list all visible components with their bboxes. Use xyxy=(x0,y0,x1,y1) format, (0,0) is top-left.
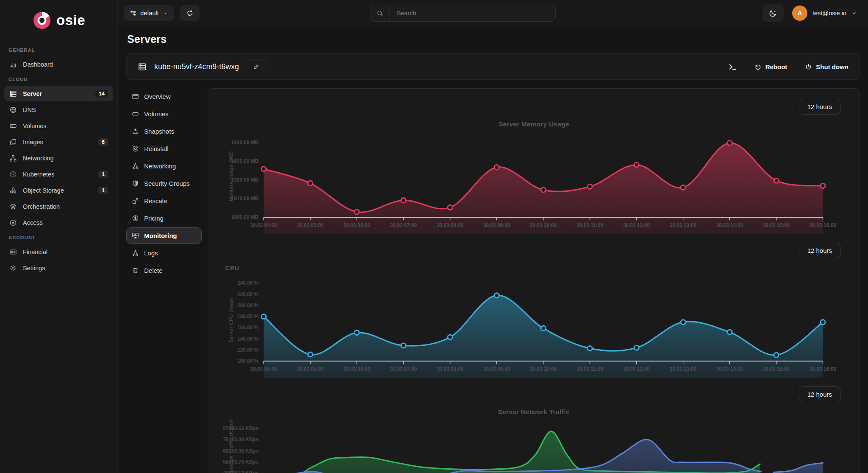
pencil-icon xyxy=(253,64,259,70)
overview-icon xyxy=(132,93,139,100)
tab-label: Overview xyxy=(144,93,171,100)
workspace: OverviewVolumesSnapshotsReinstallNetwork… xyxy=(126,88,860,473)
project-selector[interactable]: default xyxy=(124,5,174,21)
network-traffic-chart: 87890.63 KBps78125.00 KBps68359.38 KBps5… xyxy=(213,417,854,473)
tab-pricing[interactable]: Pricing xyxy=(126,210,202,227)
sidebar-item-label: Images xyxy=(23,139,92,146)
count-badge: 1 xyxy=(98,187,108,194)
sidebar-item-label: Object Storage xyxy=(23,187,92,194)
tab-label: Monitoring xyxy=(144,232,177,239)
sidebar-item-server[interactable]: Server14 xyxy=(4,86,113,101)
gear-icon xyxy=(9,264,17,272)
server-tabs: OverviewVolumesSnapshotsReinstallNetwork… xyxy=(126,88,202,280)
kubernetes-icon xyxy=(9,171,17,178)
svg-text:30.03 05:00: 30.03 05:00 xyxy=(297,222,324,228)
sidebar-item-dashboard[interactable]: Dashboard xyxy=(4,56,113,72)
sidebar-item-label: Settings xyxy=(23,265,108,271)
sidebar-item-label: Kubernetes xyxy=(23,171,92,178)
power-icon xyxy=(805,63,812,70)
time-range-button[interactable]: 12 hours xyxy=(799,99,840,115)
tab-reinstall[interactable]: Reinstall xyxy=(126,140,202,157)
nav-section-label: ACCOUNT xyxy=(4,231,113,244)
tab-overview[interactable]: Overview xyxy=(126,88,202,105)
memory-chart-title: Server Memory Usage xyxy=(213,120,854,129)
reboot-button[interactable]: Reboot xyxy=(754,63,787,70)
tab-label: Reinstall xyxy=(144,145,169,152)
svg-text:200.00 %: 200.00 % xyxy=(237,302,259,308)
time-range-button[interactable]: 12 hours xyxy=(799,386,840,402)
tab-label: Delete xyxy=(144,267,162,274)
search-bar xyxy=(370,5,556,22)
svg-text:30.03 07:00: 30.03 07:00 xyxy=(390,366,417,372)
card-icon xyxy=(9,248,17,256)
sidebar-item-label: Dashboard xyxy=(23,61,108,68)
moon-stars-icon xyxy=(768,9,777,18)
brand-logo[interactable]: osie xyxy=(0,0,117,41)
tab-label: Snapshots xyxy=(144,128,174,135)
svg-text:30.03 11:00: 30.03 11:00 xyxy=(576,222,603,228)
sidebar-item-label: DNS xyxy=(23,106,108,113)
svg-text:Network Traffic (KBps): Network Traffic (KBps) xyxy=(228,419,234,473)
time-range-button[interactable]: 12 hours xyxy=(799,243,840,258)
refresh-icon xyxy=(186,9,194,17)
reinstall-icon xyxy=(132,145,139,152)
tab-rescale[interactable]: Rescale xyxy=(126,193,202,209)
network-chart-title: Server Network Traffic xyxy=(213,408,854,417)
logs-icon xyxy=(132,162,139,170)
sidebar: osie GENERALDashboardCLOUDServer14DNSVol… xyxy=(0,0,118,473)
svg-text:30.03 11:00: 30.03 11:00 xyxy=(576,366,603,372)
edit-server-name-button[interactable] xyxy=(247,59,266,74)
avatar: A xyxy=(792,6,807,21)
sidebar-item-orchestration[interactable]: Orchestration xyxy=(4,199,113,214)
svg-text:30.03 14:00: 30.03 14:00 xyxy=(716,222,743,228)
server-name: kube-nu5vf-z4cm9-t6wxg xyxy=(154,62,239,71)
svg-text:30.03 10:00: 30.03 10:00 xyxy=(530,222,557,228)
svg-text:180.00 %: 180.00 % xyxy=(237,313,259,319)
sidebar-item-object-storage[interactable]: Object Storage1 xyxy=(4,182,113,198)
user-menu[interactable]: A test@osie.io xyxy=(792,6,857,21)
sidebar-item-label: Access xyxy=(23,219,108,226)
tab-logs[interactable]: Logs xyxy=(126,245,202,261)
topbar-right: A test@osie.io xyxy=(762,4,857,22)
svg-text:30.03 07:00: 30.03 07:00 xyxy=(390,222,417,228)
svg-text:30.03 09:00: 30.03 09:00 xyxy=(483,366,510,372)
dashboard-icon xyxy=(9,61,17,68)
logs-icon xyxy=(132,249,139,257)
tab-snapshots[interactable]: Snapshots xyxy=(126,123,202,140)
user-email: test@osie.io xyxy=(812,10,846,17)
tab-security-groups[interactable]: Security Groups xyxy=(126,175,202,192)
rescale-icon xyxy=(132,197,139,204)
svg-text:240.00 %: 240.00 % xyxy=(237,280,259,286)
tab-delete[interactable]: Delete xyxy=(126,262,202,279)
svg-text:30.03 05:00: 30.03 05:00 xyxy=(297,366,324,372)
sidebar-item-kubernetes[interactable]: Kubernetes1 xyxy=(4,166,113,182)
svg-text:30.03 06:00: 30.03 06:00 xyxy=(343,366,370,372)
search-input[interactable] xyxy=(390,10,555,17)
sidebar-item-networking[interactable]: Networking xyxy=(4,150,113,166)
sidebar-item-volumes[interactable]: Volumes xyxy=(4,118,113,134)
tab-monitoring[interactable]: Monitoring xyxy=(126,227,202,244)
sidebar-item-financial[interactable]: Financial xyxy=(4,244,113,260)
server-icon xyxy=(9,90,17,98)
refresh-button[interactable] xyxy=(180,5,200,21)
globe-icon xyxy=(9,106,17,114)
shutdown-button[interactable]: Shut down xyxy=(805,63,849,70)
tab-networking[interactable]: Networking xyxy=(126,158,202,174)
target-icon xyxy=(9,219,17,227)
nav-section-label: GENERAL xyxy=(4,43,113,56)
sidebar-item-settings[interactable]: Settings xyxy=(4,260,113,276)
svg-text:30.03 15:00: 30.03 15:00 xyxy=(763,366,790,372)
sidebar-item-label: Volumes xyxy=(23,123,108,129)
theme-toggle-button[interactable] xyxy=(762,4,784,22)
console-button[interactable] xyxy=(729,63,737,71)
sidebar-item-images[interactable]: Images6 xyxy=(4,134,113,150)
drive-icon xyxy=(9,122,17,130)
svg-text:30.03 13:00: 30.03 13:00 xyxy=(670,366,697,372)
sidebar-item-access[interactable]: Access xyxy=(4,215,113,230)
svg-text:30.03 06:00: 30.03 06:00 xyxy=(343,222,370,228)
hierarchy-icon xyxy=(130,10,136,17)
cpu-section: 12 hours CPU 240.00 %220.00 %200.00 %180… xyxy=(213,243,854,378)
search-icon xyxy=(370,5,390,21)
tab-volumes[interactable]: Volumes xyxy=(126,106,202,122)
sidebar-item-dns[interactable]: DNS xyxy=(4,102,113,118)
